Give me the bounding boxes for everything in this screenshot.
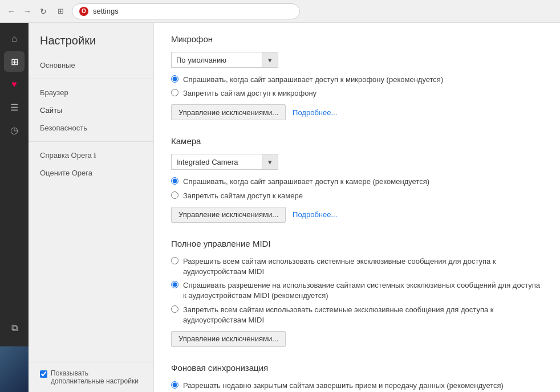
nav-divider-2 — [29, 141, 153, 142]
camera-details-link[interactable]: Подробнее... — [293, 210, 337, 219]
opera-logo: O — [79, 7, 88, 16]
midi-ask-radio[interactable] — [171, 281, 178, 288]
microphone-section: Микрофон По умолчанию ▾ Спрашивать, когд… — [171, 34, 543, 120]
microphone-manage-button[interactable]: Управление исключениями... — [171, 104, 286, 120]
camera-dropdown-arrow[interactable]: ▾ — [262, 154, 278, 170]
sync-allow-label: Разрешать недавно закрытым сайтам заверш… — [183, 381, 504, 391]
midi-ask-label: Спрашивать разрешение на использование с… — [183, 280, 543, 301]
mic-deny-radio[interactable] — [171, 89, 178, 96]
microphone-radio-group: Спрашивать, когда сайт запрашивает досту… — [171, 75, 543, 99]
sync-allow-radio[interactable] — [171, 381, 178, 389]
mic-ask-radio[interactable] — [171, 75, 178, 83]
sync-allow-option[interactable]: Разрешать недавно закрытым сайтам заверш… — [171, 381, 543, 391]
midi-manage-button[interactable]: Управление исключениями... — [171, 331, 286, 347]
cam-deny-option[interactable]: Запретить сайтам доступ к камере — [171, 191, 543, 201]
apps-icon: ⊞ — [58, 7, 64, 15]
cam-ask-radio[interactable] — [171, 177, 178, 185]
mic-ask-option[interactable]: Спрашивать, когда сайт запрашивает досту… — [171, 75, 543, 85]
camera-select[interactable]: Integrated Camera — [171, 154, 262, 170]
back-button[interactable]: ← — [6, 6, 17, 17]
camera-dropdown-row: Integrated Camera ▾ — [171, 154, 543, 170]
main-layout: ⌂ ⊞ ♥ ☰ ◷ ⧉ Настройки Основные Браузер С… — [0, 23, 560, 392]
camera-manage-button[interactable]: Управление исключениями... — [171, 207, 286, 223]
midi-deny-label: Запретить всем сайтам использовать систе… — [183, 305, 543, 325]
mic-ask-label: Спрашивать, когда сайт запрашивает досту… — [183, 75, 443, 85]
sidebar-background — [0, 346, 29, 392]
forward-button[interactable]: → — [22, 6, 33, 17]
show-advanced-label[interactable]: Показывать дополнительные настройки — [40, 369, 142, 385]
news-icon[interactable]: ☰ — [4, 97, 25, 117]
sidebar-item-sites[interactable]: Сайты — [29, 101, 153, 119]
mic-deny-label: Запретить сайтам доступ к микрофону — [183, 88, 316, 99]
camera-button-row: Управление исключениями... Подробнее... — [171, 207, 543, 223]
midi-title: Полное управление MIDI — [171, 239, 543, 248]
midi-allow-radio[interactable] — [171, 257, 178, 264]
extensions-icon[interactable]: ⧉ — [4, 318, 25, 338]
midi-deny-option[interactable]: Запретить всем сайтам использовать систе… — [171, 305, 543, 325]
midi-button-row: Управление исключениями... — [171, 331, 543, 347]
midi-allow-label: Разрешить всем сайтам использовать систе… — [183, 256, 543, 277]
background-sync-section: Фоновая синхронизация Разрешать недавно … — [171, 363, 543, 392]
camera-radio-group: Спрашивать, когда сайт запрашивает досту… — [171, 177, 543, 201]
sidebar-item-opera-help[interactable]: Справка Opera ℹ — [29, 146, 153, 164]
settings-sidebar: Настройки Основные Браузер Сайты Безопас… — [29, 23, 154, 392]
microphone-button-row: Управление исключениями... Подробнее... — [171, 104, 543, 120]
background-sync-radio-group: Разрешать недавно закрытым сайтам заверш… — [171, 381, 543, 392]
heart-icon[interactable]: ♥ — [4, 74, 25, 95]
back-icon: ← — [7, 7, 15, 16]
sidebar-item-browser[interactable]: Браузер — [29, 84, 153, 101]
cam-ask-option[interactable]: Спрашивать, когда сайт запрашивает досту… — [171, 177, 543, 187]
microphone-title: Микрофон — [171, 34, 543, 44]
sidebar-item-security[interactable]: Безопасность — [29, 119, 153, 137]
refresh-icon: ↻ — [40, 7, 47, 16]
sidebar-item-opera-rate[interactable]: Оцените Opera — [29, 164, 153, 182]
microphone-select[interactable]: По умолчанию — [171, 52, 262, 68]
midi-deny-radio[interactable] — [171, 305, 178, 313]
nav-spacer — [29, 182, 153, 362]
show-advanced-checkbox[interactable] — [40, 370, 47, 378]
microphone-dropdown-arrow[interactable]: ▾ — [262, 52, 278, 68]
midi-ask-option[interactable]: Спрашивать разрешение на использование с… — [171, 280, 543, 301]
midi-section: Полное управление MIDI Разрешить всем са… — [171, 239, 543, 347]
camera-section: Камера Integrated Camera ▾ Спрашивать, к… — [171, 136, 543, 222]
settings-content: Микрофон По умолчанию ▾ Спрашивать, когд… — [154, 23, 560, 392]
microphone-details-link[interactable]: Подробнее... — [293, 108, 337, 117]
show-advanced-text: Показывать дополнительные настройки — [51, 369, 142, 385]
home-icon[interactable]: ⌂ — [4, 28, 25, 49]
microphone-dropdown-row: По умолчанию ▾ — [171, 52, 543, 68]
chevron-down-icon: ▾ — [268, 56, 272, 64]
browser-chrome: ← → ↻ ⊞ O settings — [0, 0, 560, 23]
nav-footer: Показывать дополнительные настройки — [29, 362, 153, 392]
midi-allow-option[interactable]: Разрешить всем сайтам использовать систе… — [171, 256, 543, 277]
refresh-button[interactable]: ↻ — [38, 6, 49, 17]
nav-divider-1 — [29, 79, 153, 79]
cam-ask-label: Спрашивать, когда сайт запрашивает досту… — [183, 177, 429, 187]
sidebar-item-basic[interactable]: Основные — [29, 56, 153, 74]
settings-title: Настройки — [29, 23, 153, 56]
apps-grid-icon[interactable]: ⊞ — [4, 51, 25, 72]
forward-icon: → — [23, 7, 31, 16]
cam-deny-radio[interactable] — [171, 191, 178, 199]
address-bar: O settings — [72, 3, 300, 19]
camera-title: Камера — [171, 136, 543, 146]
chevron-down-icon: ▾ — [268, 158, 272, 166]
cam-deny-label: Запретить сайтам доступ к камере — [183, 191, 303, 201]
midi-radio-group: Разрешить всем сайтам использовать систе… — [171, 256, 543, 325]
background-sync-title: Фоновая синхронизация — [171, 363, 543, 373]
address-text: settings — [93, 7, 119, 15]
mic-deny-option[interactable]: Запретить сайтам доступ к микрофону — [171, 88, 543, 99]
history-icon[interactable]: ◷ — [4, 120, 25, 140]
apps-button[interactable]: ⊞ — [54, 5, 67, 18]
icon-strip: ⌂ ⊞ ♥ ☰ ◷ ⧉ — [0, 23, 29, 392]
